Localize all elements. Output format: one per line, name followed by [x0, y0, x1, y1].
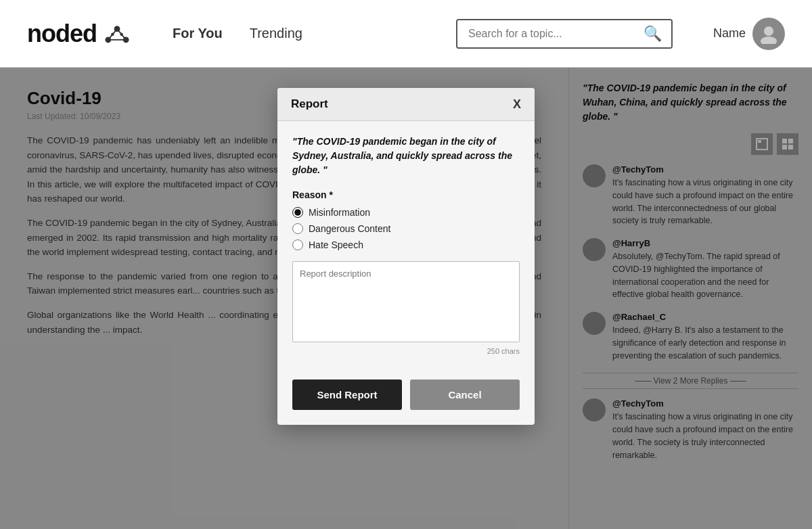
- nav-for-you[interactable]: For You: [173, 26, 223, 41]
- report-textarea[interactable]: [292, 261, 520, 342]
- main-nav: For You Trending: [173, 26, 302, 41]
- modal-header: Report X: [277, 88, 535, 121]
- logo-network-icon: [102, 19, 132, 49]
- send-report-button[interactable]: Send Report: [292, 380, 402, 410]
- reason-radio-dangerous[interactable]: [292, 223, 303, 234]
- svg-point-8: [764, 26, 773, 36]
- reason-label-hate: Hate Speech: [309, 239, 363, 250]
- reason-radio-group: Misinformation Dangerous Content Hate Sp…: [292, 207, 520, 250]
- modal-overlay: Report X "The COVID-19 pandemic began in…: [0, 68, 812, 529]
- modal-reason-label: Reason *: [292, 189, 520, 200]
- reason-dangerous-content[interactable]: Dangerous Content: [292, 223, 520, 234]
- reason-radio-hate[interactable]: [292, 239, 303, 250]
- cancel-button[interactable]: Cancel: [410, 380, 520, 410]
- svg-point-9: [761, 37, 777, 44]
- svg-point-7: [120, 32, 122, 35]
- report-modal: Report X "The COVID-19 pandemic began in…: [277, 88, 535, 425]
- search-bar: 🔍: [456, 19, 673, 49]
- user-area: Name: [713, 18, 785, 50]
- logo[interactable]: noded: [27, 19, 132, 49]
- main-content: Covid-19 Last Updated: 10/09/2023 The CO…: [0, 68, 812, 529]
- char-count: 250 chars: [292, 347, 520, 355]
- modal-quote: "The COVID-19 pandemic began in the city…: [292, 135, 520, 177]
- reason-label-dangerous: Dangerous Content: [309, 223, 390, 234]
- reason-hate-speech[interactable]: Hate Speech: [292, 239, 520, 250]
- user-name: Name: [713, 26, 746, 41]
- search-input[interactable]: [457, 20, 634, 47]
- modal-body: "The COVID-19 pandemic began in the city…: [277, 121, 535, 380]
- header: noded For You Trending 🔍 Name: [0, 0, 812, 68]
- modal-close-button[interactable]: X: [513, 98, 521, 110]
- logo-text: noded: [27, 20, 97, 48]
- search-button[interactable]: 🔍: [634, 20, 671, 47]
- modal-footer: Send Report Cancel: [277, 380, 535, 425]
- nav-trending[interactable]: Trending: [250, 26, 302, 41]
- avatar[interactable]: [752, 18, 785, 50]
- reason-misinformation[interactable]: Misinformation: [292, 207, 520, 218]
- modal-title: Report: [291, 97, 328, 111]
- reason-radio-misinformation[interactable]: [292, 207, 303, 218]
- reason-label-misinformation: Misinformation: [309, 207, 370, 218]
- svg-point-6: [111, 32, 114, 35]
